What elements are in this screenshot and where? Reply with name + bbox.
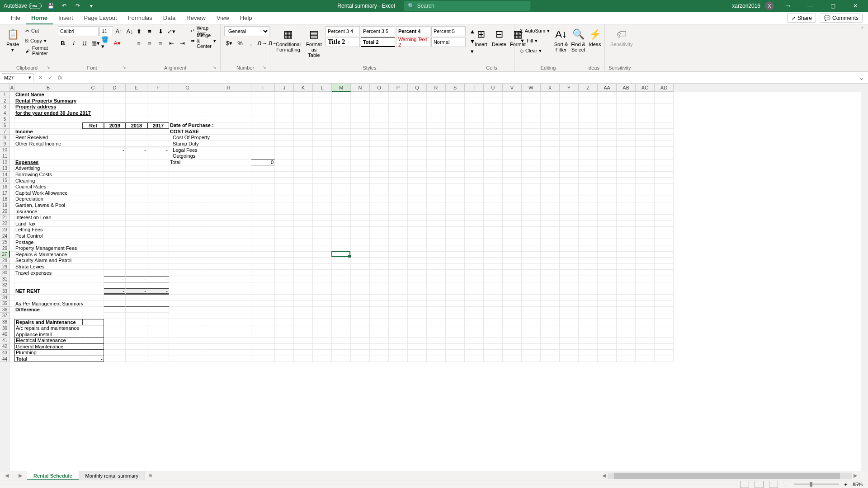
cell-bg[interactable] [251, 165, 275, 172]
cell-bg[interactable] [251, 356, 275, 362]
cell-bg[interactable] [294, 282, 313, 289]
cell-bg[interactable] [82, 233, 104, 239]
cell-bg[interactable] [484, 270, 503, 276]
cell-bg[interactable] [484, 92, 503, 98]
align-left-icon[interactable]: ≡ [134, 38, 144, 48]
cell-bg[interactable] [617, 172, 636, 178]
cell-B44[interactable]: Total [14, 356, 82, 362]
cell-bg[interactable] [598, 344, 617, 350]
cell-bg[interactable] [617, 331, 636, 338]
tab-formulas[interactable]: Formulas [123, 12, 158, 24]
undo-icon[interactable]: ↶ [60, 1, 69, 10]
cell-bg[interactable] [104, 172, 126, 178]
cut-button[interactable]: ✂ Cut [24, 26, 50, 35]
merge-center-button[interactable]: ⬌ Merge & Center ▾ [189, 36, 218, 45]
cell-bg[interactable] [503, 215, 522, 221]
tab-data[interactable]: Data [158, 12, 181, 24]
cell-bg[interactable] [332, 98, 351, 104]
zoom-slider[interactable] [794, 483, 839, 485]
cell-bg[interactable] [636, 122, 655, 129]
cell-bg[interactable] [313, 264, 332, 270]
row-header-20[interactable]: 20 [0, 208, 10, 215]
cell-bg[interactable] [408, 270, 427, 276]
cell-B29[interactable]: Strata Levies [14, 264, 82, 270]
cell-bg[interactable] [294, 141, 313, 147]
cell-bg[interactable] [332, 190, 351, 197]
cell-bg[interactable] [446, 331, 465, 338]
cell-bg[interactable] [251, 92, 275, 98]
cell-bg[interactable] [370, 160, 389, 166]
cell-bg[interactable] [408, 264, 427, 270]
cell-bg[interactable] [655, 325, 674, 332]
cell-bg[interactable] [541, 338, 560, 344]
cell-bg[interactable] [251, 288, 275, 295]
cell-B27[interactable]: Repairs & Maintenance [14, 252, 82, 258]
cell-bg[interactable] [408, 221, 427, 227]
align-center-icon[interactable]: ≡ [145, 38, 155, 48]
cell-bg[interactable] [104, 245, 126, 252]
cell-bg[interactable] [104, 153, 126, 160]
cell-bg[interactable] [484, 295, 503, 301]
cell-bg[interactable] [206, 135, 251, 141]
cell-bg[interactable] [147, 356, 169, 362]
cell-bg[interactable] [10, 208, 14, 215]
cell-bg[interactable] [522, 227, 541, 233]
cell-bg[interactable] [294, 221, 313, 227]
cell-bg[interactable] [313, 153, 332, 160]
cell-bg[interactable] [636, 270, 655, 276]
cell-bg[interactable] [579, 350, 598, 356]
cell-bg[interactable] [169, 356, 206, 362]
cell-bg[interactable] [251, 270, 275, 276]
cell-bg[interactable] [560, 135, 579, 141]
cell-bg[interactable] [465, 350, 484, 356]
cell-bg[interactable] [389, 276, 408, 282]
cell-bg[interactable] [655, 208, 674, 215]
cell-bg[interactable] [503, 178, 522, 184]
col-header-B[interactable]: B [14, 84, 82, 92]
cell-bg[interactable] [10, 98, 14, 104]
cell-bg[interactable] [446, 160, 465, 166]
cell-bg[interactable] [598, 233, 617, 239]
fill-color-button[interactable]: 🪣▾ [101, 38, 111, 48]
cell-bg[interactable] [446, 319, 465, 325]
cell-bg[interactable] [446, 178, 465, 184]
cell-bg[interactable] [446, 141, 465, 147]
cell-bg[interactable] [636, 129, 655, 135]
cell-bg[interactable] [560, 116, 579, 122]
cell-bg[interactable] [636, 264, 655, 270]
cell-bg[interactable] [294, 147, 313, 153]
cell-bg[interactable] [126, 338, 147, 344]
row-header-31[interactable]: 31 [0, 276, 10, 282]
cell-bg[interactable] [598, 147, 617, 153]
cell-bg[interactable] [655, 300, 674, 307]
cell-bg[interactable] [126, 252, 147, 258]
cell-bg[interactable] [206, 258, 251, 264]
cell-bg[interactable] [560, 153, 579, 160]
cell-B18[interactable]: Depreciation [14, 196, 82, 202]
cell-bg[interactable] [617, 215, 636, 221]
cell-bg[interactable] [446, 344, 465, 350]
cell-bg[interactable] [465, 245, 484, 252]
cell-bg[interactable] [598, 141, 617, 147]
cell-bg[interactable] [655, 153, 674, 160]
cell-bg[interactable] [655, 190, 674, 197]
col-header-AA[interactable]: AA [598, 84, 617, 92]
cell-bg[interactable] [370, 98, 389, 104]
cell-D31[interactable]: - [104, 276, 126, 282]
cell-bg[interactable] [560, 258, 579, 264]
cell-bg[interactable] [275, 350, 294, 356]
cell-bg[interactable] [598, 135, 617, 141]
cell-bg[interactable] [14, 295, 82, 301]
cell-bg[interactable] [560, 276, 579, 282]
cell-bg[interactable] [522, 110, 541, 117]
cell-bg[interactable] [389, 270, 408, 276]
cell-bg[interactable] [560, 350, 579, 356]
cell-bg[interactable] [351, 245, 370, 252]
row-header-9[interactable]: 9 [0, 141, 10, 147]
style-percent5[interactable]: Percent 5 [431, 26, 466, 36]
maximize-icon[interactable]: ▢ [824, 0, 842, 12]
cell-bg[interactable] [294, 313, 313, 319]
cell-bg[interactable] [408, 116, 427, 122]
cell-bg[interactable] [370, 344, 389, 350]
cell-bg[interactable] [251, 147, 275, 153]
